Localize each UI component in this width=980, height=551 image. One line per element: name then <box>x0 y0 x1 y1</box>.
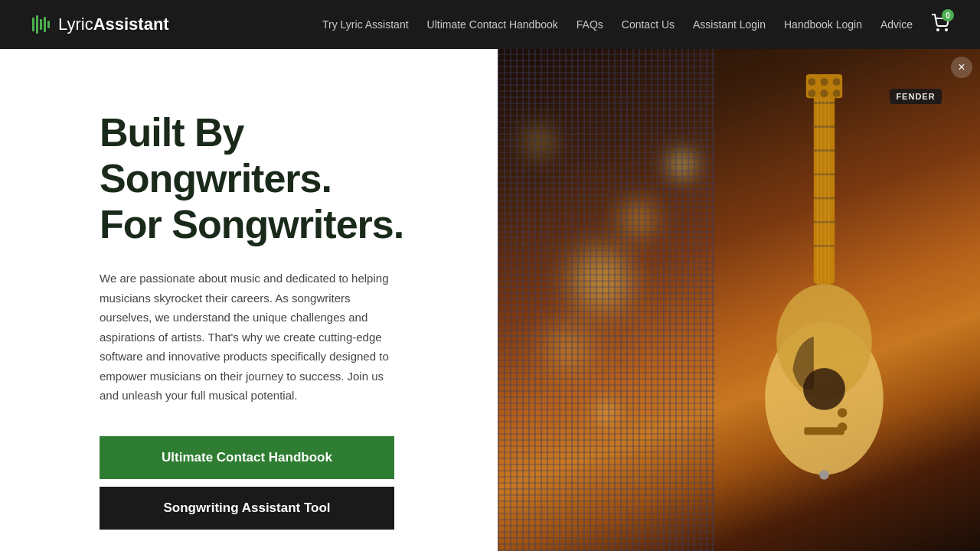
shirt-overlay <box>498 49 715 551</box>
hero-heading: Built By Songwriters. For Songwriters. <box>100 110 452 247</box>
svg-rect-4 <box>47 21 50 28</box>
cta-songwriting-button[interactable]: Songwriting Assistant Tool <box>100 487 394 530</box>
svg-point-23 <box>838 408 847 417</box>
hero-body-text: We are passionate about music and dedica… <box>100 269 398 406</box>
hero-content: Built By Songwriters. For Songwriters. W… <box>0 49 498 551</box>
svg-point-32 <box>833 90 841 97</box>
brand-name: Lyric Assistant <box>58 15 169 34</box>
brand-icon <box>31 14 52 35</box>
svg-point-30 <box>808 90 815 97</box>
svg-point-5 <box>937 29 939 31</box>
nav-faqs[interactable]: FAQs <box>577 18 603 31</box>
svg-point-31 <box>821 90 828 97</box>
hero-section: Built By Songwriters. For Songwriters. W… <box>0 49 980 551</box>
svg-point-6 <box>946 29 947 31</box>
navbar: Lyric Assistant Try Lyric Assistant Ulti… <box>0 0 980 49</box>
hero-image: FENDER × <box>498 49 980 551</box>
svg-point-28 <box>821 78 828 86</box>
nav-handbook-login[interactable]: Handbook Login <box>784 18 862 31</box>
cta-handbook-button[interactable]: Ultimate Contact Handbook <box>100 436 394 479</box>
guitar-svg <box>691 74 956 551</box>
nav-contact-handbook[interactable]: Ultimate Contact Handbook <box>427 18 558 31</box>
nav-assistant-login[interactable]: Assistant Login <box>693 18 766 31</box>
svg-point-24 <box>838 422 847 432</box>
nav-links: Try Lyric Assistant Ultimate Contact Han… <box>322 14 949 35</box>
cart-badge: 0 <box>942 9 954 21</box>
hero-close-button[interactable]: × <box>951 57 972 78</box>
svg-rect-3 <box>44 17 46 32</box>
svg-rect-1 <box>36 15 38 34</box>
guitar-scene: FENDER × <box>498 49 980 551</box>
fender-badge: FENDER <box>890 89 941 104</box>
nav-try-lyric[interactable]: Try Lyric Assistant <box>322 18 409 31</box>
nav-contact-us[interactable]: Contact Us <box>622 18 675 31</box>
svg-rect-7 <box>814 74 835 284</box>
svg-rect-2 <box>40 19 42 30</box>
cart-button[interactable]: 0 <box>931 14 949 35</box>
nav-advice[interactable]: Advice <box>880 18 913 31</box>
brand-logo[interactable]: Lyric Assistant <box>31 14 169 35</box>
svg-point-29 <box>833 78 841 86</box>
svg-point-25 <box>819 470 828 479</box>
svg-rect-0 <box>32 18 34 31</box>
svg-point-27 <box>808 78 815 86</box>
